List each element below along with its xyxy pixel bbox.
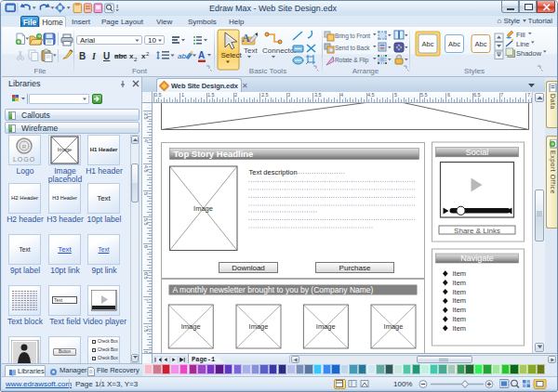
svg-text:Item: Item xyxy=(453,296,467,305)
svg-text:Purchase: Purchase xyxy=(339,264,371,272)
svg-text:Item: Item xyxy=(453,279,467,287)
svg-text:Social: Social xyxy=(466,148,489,157)
svg-text:Select: Select xyxy=(221,51,243,59)
svg-text:Image: Image xyxy=(384,322,404,331)
svg-text:Download: Download xyxy=(232,264,265,272)
svg-text:Abc: Abc xyxy=(448,40,460,48)
svg-text:Bring to Front: Bring to Front xyxy=(335,33,370,40)
svg-text:Top Story Headline: Top Story Headline xyxy=(174,149,254,159)
svg-text:Shadow: Shadow xyxy=(516,49,542,58)
svg-text:Item: Item xyxy=(453,288,467,296)
svg-text:Share & Links: Share & Links xyxy=(454,227,500,235)
svg-text:Item: Item xyxy=(453,306,467,314)
svg-text:Item: Item xyxy=(453,315,467,323)
svg-text:Fill: Fill xyxy=(516,31,525,39)
svg-text:Image: Image xyxy=(249,322,269,331)
svg-text:Line: Line xyxy=(516,40,529,48)
svg-text:2: 2 xyxy=(146,51,150,57)
svg-text:LOGO: LOGO xyxy=(13,156,35,163)
svg-text:Navigate: Navigate xyxy=(460,254,494,263)
svg-text:A monthly newsletter brought t: A monthly newsletter brought to you by (… xyxy=(173,285,374,294)
svg-text:A: A xyxy=(198,50,205,60)
svg-text:A: A xyxy=(242,32,250,45)
svg-text:U: U xyxy=(103,51,110,61)
svg-text:Send to Back: Send to Back xyxy=(335,45,370,51)
svg-text:Rotate & Flip: Rotate & Flip xyxy=(335,57,369,64)
svg-text:Abc: Abc xyxy=(422,40,434,48)
svg-text:Image: Image xyxy=(181,322,201,331)
svg-text:ab: ab xyxy=(178,52,186,60)
svg-text:Connector: Connector xyxy=(262,46,297,55)
svg-text:Image: Image xyxy=(316,322,336,331)
svg-text:Text: Text xyxy=(244,46,258,55)
svg-text:Image: Image xyxy=(58,147,72,152)
svg-text:Item: Item xyxy=(453,324,467,333)
svg-text:B: B xyxy=(79,51,86,61)
svg-text:Image: Image xyxy=(193,204,213,213)
svg-text:Item: Item xyxy=(453,269,467,278)
svg-text:Abc: Abc xyxy=(475,40,487,48)
svg-text:Text description: Text description xyxy=(249,168,298,176)
svg-text:R: R xyxy=(22,144,27,150)
svg-text:I: I xyxy=(91,51,97,61)
svg-text:2: 2 xyxy=(134,57,138,62)
